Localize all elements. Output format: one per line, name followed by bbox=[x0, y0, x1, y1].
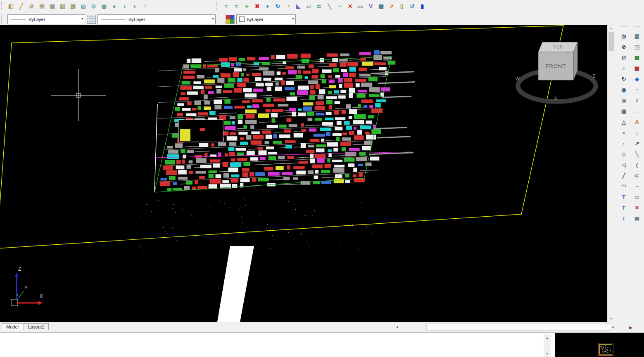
viewcube[interactable]: WESFRONTTOP bbox=[516, 42, 596, 102]
ibeam-icon[interactable]: I bbox=[632, 95, 642, 106]
table-icon[interactable]: ▦ bbox=[376, 1, 386, 12]
leader-icon[interactable]: ↗ bbox=[386, 1, 397, 12]
linetype-sample bbox=[101, 19, 126, 19]
rhombus-3d-icon[interactable]: ◇ bbox=[618, 149, 629, 159]
tab-model[interactable]: Model bbox=[2, 323, 23, 330]
command-scrollbar[interactable]: ▴ ▾ bbox=[544, 334, 551, 357]
hscroll-left-button[interactable]: ◂ bbox=[393, 323, 401, 331]
toolbar-grip[interactable] bbox=[1, 14, 4, 23]
rect-thin-icon[interactable]: ▭ bbox=[632, 192, 642, 202]
measure-icon[interactable]: ◣ bbox=[293, 1, 304, 12]
viewport-vscrollbar[interactable]: ▴ ▾ bbox=[607, 25, 615, 322]
color-combo[interactable]: ByLayer ▾ bbox=[236, 14, 296, 24]
diamond-icon[interactable]: ◆ bbox=[632, 74, 642, 84]
dish-surface-icon[interactable]: ◗ bbox=[130, 1, 140, 12]
cmdscroll-down-button[interactable]: ▾ bbox=[544, 350, 551, 357]
drawing-thumbnail[interactable] bbox=[598, 343, 613, 356]
rotate-icon[interactable]: ↻ bbox=[273, 1, 283, 12]
tab-overflow-button[interactable]: ▶ bbox=[627, 324, 634, 331]
toolbar-grip[interactable] bbox=[620, 26, 627, 30]
toolbar-grip[interactable] bbox=[216, 2, 219, 10]
vscroll-down-button[interactable]: ▾ bbox=[608, 315, 615, 322]
toolbar-grip[interactable] bbox=[1, 2, 4, 10]
move-icon[interactable]: + bbox=[262, 1, 273, 12]
multiline-text-icon[interactable]: T bbox=[618, 203, 629, 213]
stretch-v-icon[interactable]: ↕ bbox=[632, 128, 642, 138]
display-order-icon[interactable]: ▮ bbox=[417, 1, 428, 12]
command-line-area[interactable] bbox=[0, 332, 555, 357]
edge-surface-icon[interactable]: ◧ bbox=[6, 1, 16, 12]
arc-edit-icon[interactable]: ⊂ bbox=[314, 1, 324, 12]
revision-cloud-icon[interactable]: V bbox=[366, 1, 376, 12]
dome-surface-icon[interactable]: ◖ bbox=[119, 1, 130, 12]
dome-3d-icon[interactable]: ◖ bbox=[618, 138, 629, 149]
minus-box-icon[interactable]: ▤ bbox=[632, 213, 642, 224]
table-style-icon[interactable]: ▦ bbox=[632, 31, 642, 41]
edit-text-icon[interactable]: I bbox=[618, 213, 629, 224]
stretch-h-icon[interactable]: ↔ bbox=[632, 106, 642, 116]
delete-thin-icon[interactable]: ✕ bbox=[632, 203, 642, 213]
hscroll-thumb[interactable] bbox=[426, 323, 610, 331]
single-text-icon[interactable]: T bbox=[618, 192, 629, 202]
cylinder-surface-icon[interactable]: ⊙ bbox=[88, 1, 99, 12]
vscroll-thumb[interactable] bbox=[608, 32, 614, 51]
draw-order-icon[interactable]: ◷ bbox=[618, 31, 629, 41]
pencil-sketch-icon[interactable]: ╱ bbox=[16, 1, 26, 12]
pyramid-3d-icon[interactable]: △ bbox=[618, 117, 629, 127]
viewport-icon[interactable]: ◳ bbox=[632, 42, 642, 52]
plot-preview-icon[interactable]: ▦ bbox=[47, 1, 57, 12]
right-toolbar-column-2: ▦◳▩▩◆⌐I↔A↕↗╲(⊂~▭✕▤ bbox=[632, 31, 642, 224]
wipeout-icon[interactable]: ▯ bbox=[397, 1, 407, 12]
color-palette-button[interactable] bbox=[226, 15, 235, 24]
erase-icon[interactable]: ✖ bbox=[252, 1, 262, 12]
linetype-combo[interactable]: ByLayer ▾ bbox=[97, 14, 216, 24]
circle-icon[interactable]: ○ bbox=[618, 63, 629, 73]
sphere-3d-icon[interactable]: ● bbox=[618, 128, 629, 138]
subset-icon[interactable]: ⊂ bbox=[632, 170, 642, 181]
export-icon[interactable]: ↑ bbox=[140, 1, 150, 12]
linetype-manager-button[interactable] bbox=[87, 15, 96, 24]
sheet-set-icon[interactable]: ▤ bbox=[37, 1, 47, 12]
circle-diameter-icon[interactable]: ∅ bbox=[618, 52, 629, 63]
box-3d-icon[interactable]: ▣ bbox=[618, 106, 629, 116]
wedge-3d-icon[interactable]: ◁ bbox=[618, 160, 629, 170]
line-icon[interactable]: ╱ bbox=[618, 170, 629, 181]
polyline-edit-icon[interactable]: ≈ bbox=[231, 1, 242, 12]
lineweight-combo[interactable]: ByLayer ▾ bbox=[7, 14, 85, 24]
sketch-icon[interactable]: ╲ bbox=[324, 1, 335, 12]
no-plot-icon[interactable]: ⊘ bbox=[26, 1, 37, 12]
vscroll-up-button[interactable]: ▴ bbox=[608, 25, 615, 32]
hscroll-right-button[interactable]: ▸ bbox=[610, 323, 617, 331]
spline-edit-icon[interactable]: ≈ bbox=[221, 1, 231, 12]
point-style-green-icon[interactable]: ▩ bbox=[632, 52, 642, 63]
arc-icon[interactable]: ◠ bbox=[618, 181, 629, 192]
rectangle-icon[interactable]: ▭ bbox=[355, 1, 366, 12]
cmdscroll-up-button[interactable]: ▴ bbox=[544, 334, 551, 341]
pencil-thin-icon[interactable]: ╲ bbox=[632, 149, 642, 159]
pie-region-icon[interactable]: ◔ bbox=[283, 1, 293, 12]
update-icon[interactable]: ↺ bbox=[407, 1, 417, 12]
corner-icon[interactable]: ⌐ bbox=[632, 85, 642, 95]
sphere-surface-icon[interactable]: ● bbox=[109, 1, 119, 12]
publish-icon[interactable]: ▥ bbox=[57, 1, 68, 12]
model-space-viewport[interactable]: ZYXWESFRONTTOP bbox=[0, 25, 607, 322]
torus-surface-icon[interactable]: ◎ bbox=[78, 1, 88, 12]
drawing-canvas[interactable]: ZYXWESFRONTTOP bbox=[0, 25, 607, 322]
circle-tangent-icon[interactable]: ⊘ bbox=[618, 42, 629, 52]
point-style-red-icon[interactable]: ▩ bbox=[632, 63, 642, 73]
letter-a-icon[interactable]: A bbox=[632, 117, 642, 127]
free-orbit-icon[interactable]: ◎ bbox=[618, 95, 629, 106]
delete-icon[interactable]: ✕ bbox=[345, 1, 355, 12]
toolbar-grip[interactable] bbox=[634, 26, 640, 30]
region-icon[interactable]: ▱ bbox=[304, 1, 314, 12]
tab-layout1[interactable]: Layout1 bbox=[24, 323, 49, 330]
freehand-icon[interactable]: ~ bbox=[335, 1, 345, 12]
arc-left-icon[interactable]: ( bbox=[632, 160, 642, 170]
add-selected-icon[interactable]: + bbox=[242, 1, 252, 12]
batch-plot-icon[interactable]: ▧ bbox=[68, 1, 78, 12]
arrow-ne-icon[interactable]: ↗ bbox=[632, 138, 642, 149]
constrained-orbit-icon[interactable]: ◉ bbox=[618, 85, 629, 95]
wave-icon[interactable]: ~ bbox=[632, 181, 642, 192]
cone-surface-icon[interactable]: ◍ bbox=[99, 1, 109, 12]
rotate-view-icon[interactable]: ↻ bbox=[618, 74, 629, 84]
